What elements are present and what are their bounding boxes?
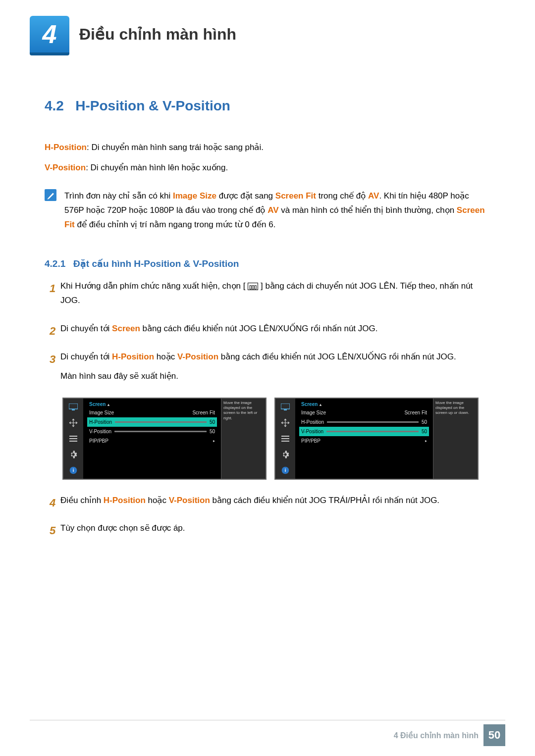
svg-rect-11	[281, 441, 289, 442]
vposition-term: V-Position	[45, 163, 86, 172]
svg-rect-2	[69, 436, 77, 437]
step-4: 4 Điều chỉnh H-Position hoặc V-Position …	[45, 494, 490, 513]
monitor-icon	[280, 402, 291, 412]
osd-menu-hposition-selected: H-Position50	[87, 417, 217, 427]
hposition-term: H-Position	[45, 143, 87, 152]
step-number: 3	[45, 350, 60, 368]
svg-rect-10	[281, 438, 289, 439]
step-2: 2 Di chuyển tới Screen bằng cách điều kh…	[45, 322, 490, 341]
gear-icon	[280, 449, 291, 460]
svg-rect-1	[72, 409, 75, 410]
subsection-number: 4.2.1	[45, 258, 65, 269]
svg-rect-4	[69, 441, 77, 442]
chapter-header: 4 Điều chỉnh màn hình	[0, 0, 535, 54]
step-number: 5	[45, 521, 60, 540]
osd-illustrations: i Screen▴ Image SizeScreen Fit H-Positio…	[62, 398, 490, 480]
section-title: H-Position & V-Position	[75, 98, 230, 113]
osd-sidebar: i	[275, 399, 295, 479]
hposition-desc: : Di chuyển màn hình sang trái hoặc sang…	[87, 143, 264, 152]
svg-rect-8	[284, 409, 287, 410]
osd-menu-vposition-selected: V-Position50	[299, 427, 429, 436]
chapter-title: Điều chỉnh màn hình	[79, 25, 236, 44]
step-list: 1 Khi Hướng dẫn phím chức năng xuất hiện…	[45, 279, 490, 388]
page-number: 50	[483, 724, 505, 746]
step-1: 1 Khi Hướng dẫn phím chức năng xuất hiện…	[45, 279, 490, 313]
osd-hposition: i Screen▴ Image SizeScreen Fit H-Positio…	[62, 398, 267, 480]
monitor-icon	[68, 402, 79, 412]
chapter-number-badge: 4	[30, 16, 69, 52]
list-icon	[68, 433, 79, 444]
step-3: 3 Di chuyển tới H-Position hoặc V-Positi…	[45, 350, 490, 389]
step-number: 2	[45, 322, 60, 340]
svg-rect-3	[69, 438, 77, 439]
list-icon	[280, 433, 291, 444]
info-icon: i	[280, 465, 291, 476]
osd-sidebar: i	[63, 399, 83, 479]
svg-rect-7	[281, 403, 290, 409]
svg-rect-0	[69, 403, 78, 409]
svg-text:i: i	[73, 468, 74, 473]
note-icon	[45, 189, 56, 201]
menu-button-icon: ▯▯▯	[248, 283, 258, 290]
osd-help-text: Move the image displayed on the screen t…	[221, 399, 266, 479]
subsection-title: Đặt cấu hình H-Position & V-Position	[73, 258, 239, 269]
osd-vposition: i Screen▴ Image SizeScreen Fit H-Positio…	[274, 398, 479, 480]
svg-rect-9	[281, 436, 289, 437]
vposition-desc: : Di chuyển màn hình lên hoặc xuống.	[86, 163, 228, 172]
chapter-number: 4	[43, 19, 57, 49]
subsection-heading: 4.2.1 Đặt cấu hình H-Position & V-Positi…	[45, 258, 490, 269]
note-text: Trình đơn này chỉ sẵn có khi Image Size …	[64, 189, 490, 232]
step-5: 5 Tùy chọn được chọn sẽ được áp.	[45, 521, 490, 541]
footer-divider	[30, 720, 505, 720]
gear-icon	[68, 449, 79, 460]
info-icon: i	[68, 465, 79, 476]
step-number: 4	[45, 494, 60, 512]
footer-chapter: 4 Điều chỉnh màn hình	[394, 731, 479, 740]
move-icon	[68, 417, 79, 428]
svg-text:i: i	[285, 468, 286, 473]
move-icon	[280, 417, 291, 428]
note-block: Trình đơn này chỉ sẵn có khi Image Size …	[45, 189, 490, 232]
section-number: 4.2	[45, 98, 64, 113]
section-heading: 4.2 H-Position & V-Position	[45, 98, 490, 114]
page-footer: 4 Điều chỉnh màn hình 50	[394, 724, 505, 746]
step-number: 1	[45, 279, 60, 298]
osd-help-text: Move the image displayed on the screen u…	[433, 399, 478, 479]
definitions: H-Position: Di chuyển màn hình sang trái…	[45, 141, 490, 232]
step-list-cont: 4 Điều chỉnh H-Position hoặc V-Position …	[45, 494, 490, 541]
